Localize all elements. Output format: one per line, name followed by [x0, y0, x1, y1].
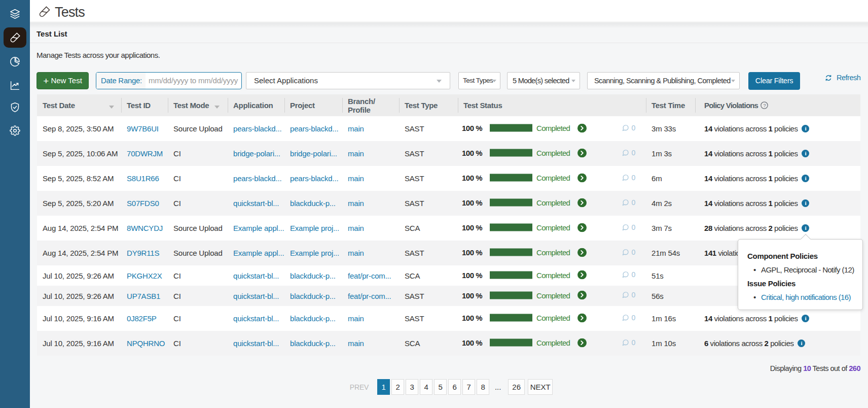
- svg-text:i: i: [805, 125, 806, 131]
- svg-text:i: i: [801, 340, 802, 346]
- svg-text:i: i: [805, 150, 806, 156]
- svg-text:?: ?: [763, 103, 766, 108]
- svg-text:i: i: [805, 315, 806, 321]
- svg-text:i: i: [805, 175, 806, 181]
- svg-text:i: i: [805, 200, 806, 206]
- svg-text:i: i: [805, 225, 806, 231]
